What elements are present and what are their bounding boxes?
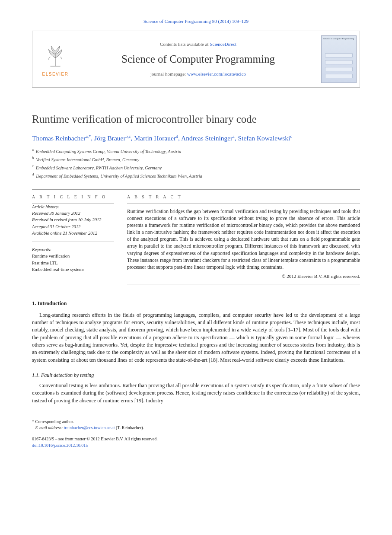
keyword: Past time LTL xyxy=(32,261,58,265)
sciencedirect-link[interactable]: ScienceDirect xyxy=(210,41,236,47)
keywords-block: Keywords: Runtime verificationPast time … xyxy=(32,242,114,273)
corresponding-author-footnote: * Corresponding author. E-mail address: … xyxy=(32,419,360,431)
divider xyxy=(127,284,360,284)
author[interactable]: Andreas Steiningera xyxy=(181,134,235,142)
history-line: Received in revised form 10 July 2012 xyxy=(32,217,102,222)
abstract-copyright: © 2012 Elsevier B.V. All rights reserved… xyxy=(127,271,360,284)
article-info-column: A R T I C L E I N F O Article history: R… xyxy=(32,190,114,284)
author[interactable]: Jörg Brauerb,c xyxy=(94,134,131,142)
keyword: Runtime verification xyxy=(32,254,70,258)
journal-cover-thumb: Science of Computer Programming xyxy=(318,31,360,87)
section-heading: 1. Introduction xyxy=(32,300,360,307)
asterisk-icon: * xyxy=(32,419,34,424)
masthead-center: Contents lists available at ScienceDirec… xyxy=(78,31,318,87)
affiliation: d Department of Embedded Systems, Univer… xyxy=(32,172,360,180)
publisher-logo-block: ELSEVIER xyxy=(32,31,78,87)
footer-legal: 0167-6423/$ – see front matter © 2012 El… xyxy=(32,436,360,449)
running-head-link[interactable]: Science of Computer Programming 80 (2014… xyxy=(143,19,249,24)
history-line: Received 30 January 2012 xyxy=(32,211,80,216)
history-line: Available online 21 November 2012 xyxy=(32,231,97,236)
email-attribution: (T. Reinbacher). xyxy=(116,425,144,430)
affiliation: a Embedded Computing Systems Group, Vien… xyxy=(32,147,360,155)
body-paragraph: Conventional testing is less ambitious. … xyxy=(32,382,360,404)
elsevier-tree-icon xyxy=(43,41,68,70)
journal-title: Science of Computer Programming xyxy=(121,52,275,67)
article-info-heading: A R T I C L E I N F O xyxy=(32,190,114,204)
affiliation: b Verified Systems International GmbH, B… xyxy=(32,155,360,163)
history-label: Article history: xyxy=(32,204,60,209)
corresponding-author-label: Corresponding author. xyxy=(35,419,74,424)
author-list: Thomas Reinbachera,*, Jörg Brauerb,c, Ma… xyxy=(32,134,360,143)
footnote-rule xyxy=(32,416,80,416)
cover-title: Science of Computer Programming xyxy=(323,38,354,40)
running-head: Science of Computer Programming 80 (2014… xyxy=(32,18,360,25)
author[interactable]: Martin Horauerd xyxy=(134,134,178,142)
article-history: Article history: Received 30 January 201… xyxy=(32,204,114,242)
journal-masthead: ELSEVIER Contents lists available at Sci… xyxy=(32,31,360,88)
affiliation-list: a Embedded Computing Systems Group, Vien… xyxy=(32,147,360,179)
keyword: Embedded real-time systems xyxy=(32,267,84,272)
publisher-name: ELSEVIER xyxy=(42,71,69,77)
contents-lists-line: Contents lists available at ScienceDirec… xyxy=(160,41,236,48)
email-label: E-mail address: xyxy=(35,425,63,430)
journal-homepage-line: journal homepage: www.elsevier.com/locat… xyxy=(150,71,246,77)
body-paragraph: Long-standing research efforts in the fi… xyxy=(32,312,360,364)
author[interactable]: Stefan Kowalewskic xyxy=(238,134,292,142)
doi-link[interactable]: doi:10.1016/j.scico.2012.10.015 xyxy=(32,443,88,448)
history-line: Accepted 31 October 2012 xyxy=(32,224,80,229)
subsection-heading: 1.1. Fault detection by testing xyxy=(32,372,360,379)
abstract-column: A B S T R A C T Runtime verification bri… xyxy=(127,190,360,284)
abstract-text: Runtime verification bridges the gap bet… xyxy=(127,204,360,271)
corresponding-email-link[interactable]: treinbacher@ecs.tuwien.ac.at xyxy=(64,425,115,430)
article-title: Runtime verification of microcontroller … xyxy=(32,112,360,127)
affiliation: c Embedded Software Laboratory, RWTH Aac… xyxy=(32,163,360,172)
journal-homepage-link[interactable]: www.elsevier.com/locate/scico xyxy=(187,71,246,76)
author[interactable]: Thomas Reinbachera,* xyxy=(32,134,91,142)
keywords-label: Keywords: xyxy=(32,246,114,253)
issn-line: 0167-6423/$ – see front matter © 2012 El… xyxy=(32,436,158,441)
abstract-heading: A B S T R A C T xyxy=(127,190,360,204)
